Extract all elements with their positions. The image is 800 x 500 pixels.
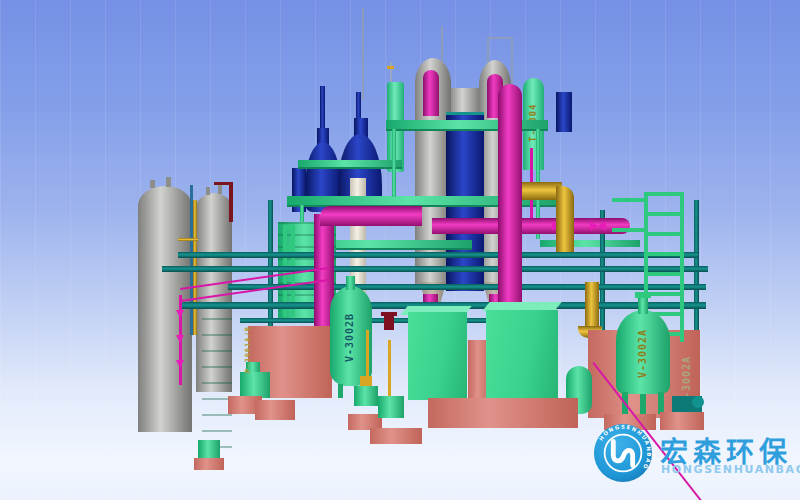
teal-pipe (162, 266, 708, 272)
gold-tick (387, 66, 394, 69)
tank-nozzle (166, 177, 171, 187)
logo-name-en: HONGSENHUANBAO (661, 463, 800, 476)
flow-arrow (176, 360, 184, 368)
pump-plinth (255, 400, 295, 420)
vessel-v3002b-label: V-3002B (344, 296, 355, 378)
pump-left-label: P-3001A/B (244, 324, 252, 376)
platform-post (392, 129, 396, 197)
vessel-v3002a-label: V-3002A (637, 318, 648, 388)
frame-stub (612, 198, 648, 202)
teal-pipe (178, 252, 698, 258)
vessel-leg (338, 384, 343, 398)
blue-block (556, 92, 572, 132)
pump-plinth (660, 412, 704, 430)
tank-nozzle (218, 185, 222, 194)
pump-small (198, 440, 220, 458)
gold-pipe (178, 238, 198, 241)
pump-center (354, 386, 378, 406)
flow-arrow (176, 310, 184, 318)
pump-plinth (194, 458, 224, 470)
gold-pipe-vertical (585, 282, 599, 332)
riser-pipe (511, 37, 513, 89)
platform-deck (298, 160, 402, 169)
vessel-nozzle (638, 296, 648, 314)
vessel-nozzle-cap (635, 292, 651, 298)
platform-deck (540, 240, 640, 247)
pump-plinth (370, 428, 422, 444)
vessel-leg (658, 392, 664, 414)
box-tank-2 (486, 310, 558, 402)
valve-maroon (384, 316, 394, 330)
riser-pipe (487, 37, 513, 39)
tank-nozzle (150, 180, 155, 188)
riser-pipe (362, 8, 364, 100)
pump-center (378, 396, 404, 418)
magenta-pipe-tall (498, 84, 522, 318)
dark-red-pipe (214, 182, 233, 185)
valve-arrow (598, 221, 606, 231)
frame-stub (612, 228, 648, 232)
vessel-nozzle (346, 276, 355, 290)
magenta-inner-pipe (423, 70, 439, 116)
box-tank-1 (408, 312, 467, 400)
dark-red-pipe (229, 182, 233, 222)
foundation-front (428, 398, 578, 428)
company-logo-seal: HONGSENHUANBAO (592, 422, 654, 484)
tank-nozzle (206, 187, 210, 195)
flow-arrow (176, 335, 184, 343)
pump-motor (360, 376, 372, 386)
valve-handwheel (381, 312, 397, 316)
valve-arrow (590, 221, 598, 231)
platform-deck (386, 120, 548, 131)
pump-motor (692, 396, 704, 408)
segmented-column (202, 318, 232, 454)
magenta-pipe-header (320, 206, 422, 226)
gold-pipe-vertical (556, 186, 574, 252)
plant-3d-render: T-3004 (0, 0, 800, 500)
